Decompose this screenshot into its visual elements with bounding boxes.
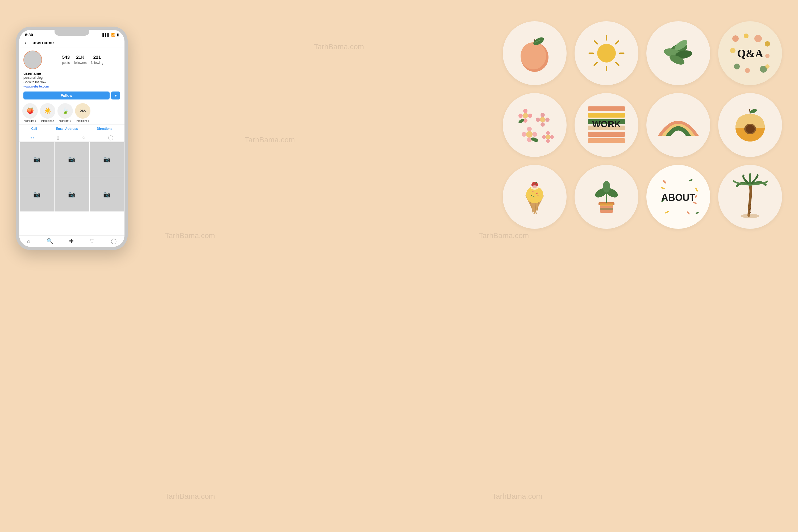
svg-point-47	[532, 132, 537, 137]
followers-stat: 21K followers	[74, 55, 87, 65]
svg-rect-63	[657, 136, 700, 146]
follow-button[interactable]: Follow	[23, 92, 110, 99]
svg-point-21	[754, 35, 762, 42]
svg-point-19	[732, 35, 739, 42]
heart-nav-icon[interactable]: ♡	[90, 238, 94, 244]
peach-circle[interactable]	[503, 21, 567, 85]
sun-circle[interactable]	[574, 21, 639, 85]
posts-stat: 543 posts	[62, 55, 70, 65]
followers-label: followers	[74, 61, 87, 65]
highlight-circle-2: ☀️	[40, 103, 55, 119]
peach-icon	[511, 29, 558, 77]
sun-icon	[583, 29, 630, 77]
apricot-circle[interactable]	[718, 93, 782, 157]
svg-text:WORK: WORK	[592, 119, 621, 129]
highlight-item-2[interactable]: ☀️ Highlight 2	[40, 103, 55, 122]
tag-tab-icon[interactable]: ☆	[82, 135, 86, 140]
svg-rect-93	[662, 179, 667, 184]
grid-cell-1[interactable]: 📷	[20, 142, 54, 177]
grid-cell-2[interactable]: 📷	[55, 142, 89, 177]
svg-point-34	[528, 114, 532, 118]
svg-rect-60	[588, 132, 625, 137]
svg-rect-61	[588, 138, 625, 143]
svg-line-12	[616, 41, 619, 44]
stats-numbers: 543 posts 21K followers 221 following	[45, 55, 120, 65]
home-nav-icon[interactable]: ⌂	[27, 238, 30, 244]
bottom-nav: ⌂ 🔍 ✚ ♡ ◯	[19, 235, 125, 247]
grid-cell-4[interactable]: 📷	[20, 177, 54, 211]
profile-link[interactable]: www.website.com	[23, 84, 120, 88]
qna-circle[interactable]: Q&A	[718, 21, 782, 85]
palm-icon	[726, 173, 774, 221]
following-label: following	[91, 61, 103, 65]
profile-stats: 543 posts 21K followers 221 following	[19, 48, 125, 71]
profile-name: username	[23, 71, 120, 76]
phone-notch	[55, 30, 89, 36]
plant-circle[interactable]	[574, 165, 639, 229]
highlight-circle-1: 🍑	[22, 103, 38, 119]
phone-screen: 8:30 ▌▌▌ 📶 ▮ ← username ⋯ 543	[19, 30, 125, 247]
svg-point-24	[765, 54, 770, 58]
plant-icon	[583, 173, 630, 221]
status-time: 8:30	[25, 33, 33, 37]
followers-count: 21K	[74, 55, 87, 60]
highlight-label-4: Highlight 4	[76, 119, 89, 122]
grid-tab-icon[interactable]: ☷	[30, 135, 35, 140]
svg-text:ABOUT: ABOUT	[661, 192, 695, 203]
svg-rect-98	[665, 210, 669, 214]
highlight-item-1[interactable]: 🍑 Highlight 1	[22, 103, 38, 122]
contact-row: Call Email Address Directions	[19, 125, 125, 133]
about-circle[interactable]: ABOUT	[646, 165, 710, 229]
phone-mockup: 8:30 ▌▌▌ 📶 ▮ ← username ⋯ 543	[16, 26, 128, 250]
add-nav-icon[interactable]: ✚	[69, 238, 74, 244]
palm-circle[interactable]	[718, 165, 782, 229]
following-count: 221	[91, 55, 103, 60]
nav-bar: ← username ⋯	[19, 38, 125, 48]
grid-cell-3[interactable]: 📷	[90, 142, 124, 177]
svg-rect-87	[600, 206, 613, 208]
follow-row: Follow ▼	[19, 90, 125, 101]
email-button[interactable]: Email Address	[54, 126, 79, 132]
bio-line2: Go with the flow	[23, 80, 46, 84]
search-nav-icon[interactable]: 🔍	[46, 238, 53, 244]
posts-count: 543	[62, 55, 70, 60]
phone-body: 8:30 ▌▌▌ 📶 ▮ ← username ⋯ 543	[16, 26, 128, 250]
profile-nav-icon[interactable]: ◯	[111, 238, 116, 244]
svg-point-23	[730, 48, 736, 53]
icecream-icon	[511, 173, 558, 221]
list-tab-icon[interactable]: ▯	[57, 135, 59, 140]
wifi-icon: 📶	[111, 33, 115, 37]
leaves-circle[interactable]	[646, 21, 710, 85]
svg-text:Q&A: Q&A	[737, 48, 763, 60]
rainbow-circle[interactable]	[646, 93, 710, 157]
grid-cell-5[interactable]: 📷	[55, 177, 89, 211]
svg-rect-57	[588, 113, 625, 118]
svg-point-41	[545, 118, 550, 122]
svg-point-20	[744, 34, 748, 38]
svg-point-39	[540, 122, 545, 127]
svg-point-42	[540, 117, 545, 122]
highlight-circle-4: Q&A	[75, 103, 91, 119]
apricot-icon	[726, 101, 774, 149]
status-icons: ▌▌▌ 📶 ▮	[102, 33, 119, 37]
svg-point-38	[540, 113, 545, 117]
svg-point-22	[765, 41, 770, 46]
qna-icon: Q&A	[726, 29, 774, 77]
highlight-item-3[interactable]: 🍃 Highlight 3	[57, 103, 73, 122]
follow-dropdown-button[interactable]: ▼	[111, 92, 120, 99]
svg-point-31	[523, 109, 528, 113]
more-options-icon[interactable]: ⋯	[115, 40, 120, 46]
flowers-circle[interactable]	[503, 93, 567, 157]
svg-point-33	[518, 114, 523, 118]
nav-username-label: username	[33, 40, 115, 45]
call-button[interactable]: Call	[30, 126, 39, 132]
svg-line-10	[594, 41, 597, 44]
icecream-circle[interactable]	[503, 165, 567, 229]
highlight-label-3: Highlight 3	[59, 119, 71, 122]
grid-cell-6[interactable]: 📷	[90, 177, 124, 211]
highlight-item-4[interactable]: Q&A Highlight 4	[75, 103, 91, 122]
back-button[interactable]: ←	[23, 39, 30, 46]
profile-tab-icon[interactable]: ◯	[108, 135, 113, 140]
directions-button[interactable]: Directions	[95, 126, 114, 132]
work-circle[interactable]: WORK	[574, 93, 639, 157]
